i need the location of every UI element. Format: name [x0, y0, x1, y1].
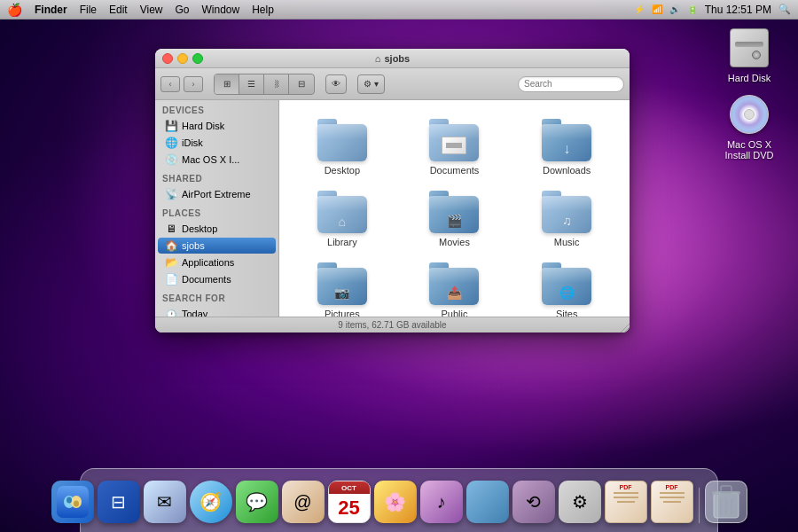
- dock-finder[interactable]: [51, 481, 94, 523]
- today-label: Today: [182, 309, 207, 317]
- column-view-button[interactable]: ⧚: [264, 74, 289, 94]
- battery-icon: 🔋: [687, 4, 698, 14]
- menu-help[interactable]: Help: [252, 4, 274, 16]
- desktop-sb-label: Desktop: [182, 223, 217, 234]
- sidebar-item-documents[interactable]: 📄 Documents: [158, 271, 276, 287]
- spotlight-icon[interactable]: 🔍: [778, 4, 791, 15]
- applications-sb-icon: 📂: [165, 256, 177, 269]
- sidebar-item-hard-disk[interactable]: 💾 Hard Disk: [158, 118, 276, 134]
- dock-itunes[interactable]: ♪: [420, 481, 463, 523]
- file-item-library[interactable]: ⌂ Library: [288, 185, 396, 253]
- toolbar: ‹ › ⊞ ☰ ⧚ ⊟ 👁 ⚙ ▾: [155, 68, 630, 100]
- dvd-icon[interactable]: Mac OS X Install DVD: [714, 93, 785, 160]
- menu-go[interactable]: Go: [176, 4, 190, 16]
- status-bar: 9 items, 62.71 GB available: [155, 317, 630, 332]
- quick-look-button[interactable]: 👁: [325, 74, 347, 94]
- sidebar-item-today[interactable]: 🕐 Today: [158, 306, 276, 317]
- title-bar: ⌂ sjobs: [155, 49, 630, 68]
- mail-icon: ✉: [144, 481, 186, 523]
- svg-point-8: [74, 501, 79, 507]
- action-button[interactable]: ⚙ ▾: [357, 74, 385, 94]
- menu-file[interactable]: File: [80, 4, 97, 16]
- icon-view-button[interactable]: ⊞: [215, 74, 239, 94]
- idisk-label: iDisk: [182, 137, 203, 148]
- sidebar-item-sjobs[interactable]: 🏠 sjobs: [158, 238, 276, 254]
- public-folder-icon: 📤: [429, 262, 479, 305]
- dock-iphoto[interactable]: 🌸: [374, 481, 417, 523]
- file-item-sites[interactable]: 🌐 Sites: [512, 257, 621, 317]
- minimize-button[interactable]: [177, 53, 188, 64]
- file-area: Desktop Documents: [279, 100, 630, 317]
- dashboard-icon: ⊟: [98, 481, 140, 523]
- sidebar-item-macos[interactable]: 💿 Mac OS X I...: [158, 152, 276, 168]
- menubar: 🍎 Finder File Edit View Go Window Help ⚡…: [0, 0, 798, 20]
- menu-view[interactable]: View: [140, 4, 163, 16]
- apple-menu[interactable]: 🍎: [7, 3, 22, 17]
- search-input[interactable]: [524, 79, 618, 89]
- iphoto-icon: 🌸: [374, 481, 417, 523]
- dock-addressbook[interactable]: @: [282, 481, 325, 523]
- sidebar-item-applications[interactable]: 📂 Applications: [158, 254, 276, 270]
- sidebar: DEVICES 💾 Hard Disk 🌐 iDisk 💿 Mac OS X I…: [155, 100, 279, 317]
- pictures-file-label: Pictures: [325, 309, 360, 317]
- file-item-pictures[interactable]: 📷 Pictures: [288, 257, 396, 317]
- file-item-desktop[interactable]: Desktop: [288, 113, 396, 181]
- menu-edit[interactable]: Edit: [109, 4, 128, 16]
- sidebar-item-desktop[interactable]: 🖥 Desktop: [158, 221, 276, 237]
- documents-file-label: Documents: [430, 165, 480, 176]
- folder-body: [429, 124, 479, 161]
- file-item-downloads[interactable]: ↓ Downloads: [512, 113, 621, 181]
- file-item-public[interactable]: 📤 Public: [401, 257, 509, 317]
- dock-safari[interactable]: 🧭: [190, 481, 232, 523]
- dock-timemachine[interactable]: ⟲: [512, 481, 555, 523]
- dock-trash[interactable]: [705, 481, 747, 523]
- folder-body: 🌐: [542, 268, 591, 305]
- dock-dashboard[interactable]: ⊟: [98, 481, 140, 523]
- macos-sb-label: Mac OS X I...: [182, 154, 239, 165]
- clock: Thu 12:51 PM: [705, 4, 771, 16]
- sidebar-item-airport[interactable]: 📡 AirPort Extreme: [158, 186, 276, 202]
- traffic-lights: [162, 53, 203, 64]
- dock-mail[interactable]: ✉: [144, 481, 186, 523]
- svg-point-7: [66, 497, 72, 504]
- dock-pdf1[interactable]: PDF: [605, 481, 647, 523]
- file-item-music[interactable]: ♫ Music: [512, 185, 621, 253]
- dock-expose[interactable]: [466, 481, 509, 523]
- file-item-movies[interactable]: 🎬 Movies: [401, 185, 509, 253]
- safari-icon: 🧭: [190, 481, 232, 523]
- sysprefs-icon: ⚙: [559, 481, 601, 523]
- dvd-icon-image: [728, 93, 771, 136]
- menu-window[interactable]: Window: [202, 4, 240, 16]
- forward-button[interactable]: ›: [184, 76, 203, 92]
- bluetooth-icon: ⚡: [634, 4, 645, 14]
- dock-separator: [699, 488, 700, 523]
- resize-handle[interactable]: [619, 322, 630, 332]
- sjobs-sb-icon: 🏠: [165, 239, 177, 252]
- hard-disk-icon[interactable]: Hard Disk: [714, 27, 785, 83]
- ichat-icon: 💬: [236, 481, 278, 523]
- file-item-documents[interactable]: Documents: [401, 113, 509, 181]
- maximize-button[interactable]: [192, 53, 203, 64]
- documents-sb-label: Documents: [182, 274, 231, 285]
- dock-sysprefs[interactable]: ⚙: [559, 481, 601, 523]
- close-button[interactable]: [162, 53, 173, 64]
- volume-icon: 🔊: [669, 4, 680, 14]
- dock-ical[interactable]: OCT 25: [328, 481, 371, 523]
- dvd-shape: [730, 95, 769, 134]
- coverflow-view-button[interactable]: ⊟: [289, 74, 314, 94]
- finder-window: ⌂ sjobs ‹ › ⊞ ☰ ⧚ ⊟ 👁 ⚙ ▾ DEVICE: [155, 49, 630, 332]
- sidebar-item-idisk[interactable]: 🌐 iDisk: [158, 135, 276, 151]
- list-view-button[interactable]: ☰: [239, 74, 264, 94]
- finder-dock-icon: [51, 481, 94, 523]
- expose-icon: [466, 481, 509, 523]
- sjobs-sb-label: sjobs: [182, 240, 205, 251]
- pdf1-icon: PDF: [605, 481, 647, 523]
- window-title: ⌂ sjobs: [375, 53, 410, 64]
- dock-pdf2[interactable]: PDF: [651, 481, 693, 523]
- search-box[interactable]: [518, 76, 624, 92]
- menubar-right: ⚡ 📶 🔊 🔋 Thu 12:51 PM 🔍: [634, 4, 791, 16]
- menu-finder[interactable]: Finder: [35, 4, 67, 16]
- window-title-text: sjobs: [384, 53, 410, 64]
- dock-ichat[interactable]: 💬: [236, 481, 278, 523]
- back-button[interactable]: ‹: [160, 76, 180, 92]
